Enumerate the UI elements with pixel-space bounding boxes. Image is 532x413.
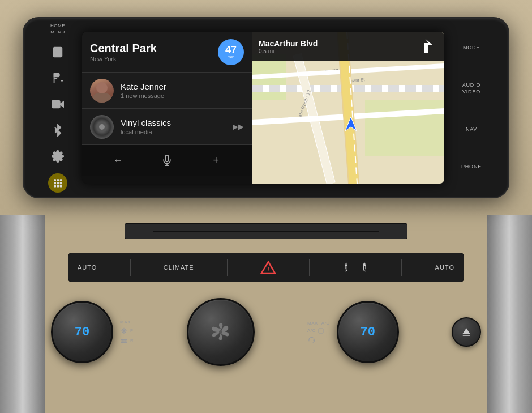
nav-street: MacArthur Blvd xyxy=(259,39,411,48)
left-knob-labels: MAX F xyxy=(120,320,134,345)
right-knob-labels: MAX A/C A/C xyxy=(307,321,330,344)
eta-badge: 47 min xyxy=(218,39,244,65)
navigation-card[interactable]: Central Park New York 47 min xyxy=(82,32,252,73)
separator3 xyxy=(309,259,310,276)
contact-name: Kate Jenner xyxy=(121,82,244,91)
knobs-row: 70 MAX F xyxy=(51,298,481,366)
infotainment-unit: HOME MENU xyxy=(0,0,532,215)
svg-rect-7 xyxy=(54,182,56,185)
svg-marker-31 xyxy=(462,328,470,334)
nav-button[interactable]: NAV xyxy=(466,126,477,133)
main-screen: Central Park New York 47 min Kate Jenner xyxy=(82,32,444,184)
message-card[interactable]: Kate Jenner 1 new message xyxy=(82,73,252,109)
screen-bottom-controls: ← + xyxy=(82,145,252,176)
svg-rect-17 xyxy=(365,100,444,156)
svg-rect-32 xyxy=(462,335,470,336)
eject-button[interactable] xyxy=(452,317,481,347)
svg-point-29 xyxy=(219,330,222,334)
music-thumbnail xyxy=(90,115,114,139)
right-controls: MODE AUDIO VIDEO NAV PHONE xyxy=(452,29,491,186)
nav-title: Central Park xyxy=(90,42,211,54)
nav-instruction: MacArthur Blvd 0.5 mi xyxy=(252,32,444,61)
nav-destination: Central Park New York xyxy=(90,42,211,62)
svg-text:!: ! xyxy=(267,266,269,273)
playback-controls[interactable]: ▶▶ xyxy=(233,122,244,131)
svg-rect-30 xyxy=(319,329,323,333)
svg-rect-11 xyxy=(57,185,59,188)
seat-heat-button[interactable] xyxy=(342,262,368,273)
ac-label: A/C xyxy=(307,328,330,334)
right-temp-group: MAX A/C A/C xyxy=(307,301,399,363)
message-detail: 1 new message xyxy=(121,92,244,99)
home-menu-button[interactable]: HOME MENU xyxy=(50,23,65,35)
left-temp-knob[interactable]: 70 xyxy=(51,301,113,363)
phone-button[interactable]: PHONE xyxy=(461,164,482,171)
max-defrost-label: MAX xyxy=(120,320,134,325)
mic-button[interactable] xyxy=(157,150,177,171)
avatar xyxy=(90,79,114,103)
auto-right-label: AUTO xyxy=(435,264,454,271)
svg-rect-2 xyxy=(52,101,60,108)
music-info: Vinyl classics local media xyxy=(121,118,226,135)
parking2-icon[interactable] xyxy=(49,69,67,87)
svg-rect-9 xyxy=(60,182,62,185)
svg-rect-12 xyxy=(60,185,62,188)
separator4 xyxy=(401,259,402,276)
left-temp-group: 70 MAX F xyxy=(51,301,134,363)
fan-speed-knob[interactable] xyxy=(187,298,255,366)
settings-icon[interactable] xyxy=(49,147,67,165)
hazard-button[interactable]: ! xyxy=(260,261,276,274)
climate-section: AUTO CLIMATE ! xyxy=(45,215,487,413)
map-panel[interactable]: MacArthur Blvd 0.5 mi xyxy=(252,32,444,184)
turn-arrow-icon xyxy=(417,36,437,57)
right-temp-knob[interactable]: 70 xyxy=(337,301,399,363)
add-button[interactable]: + xyxy=(206,150,226,171)
unit-bezel: HOME MENU xyxy=(23,17,509,198)
music-title: Vinyl classics xyxy=(121,118,226,127)
svg-rect-10 xyxy=(54,185,56,188)
separator2 xyxy=(227,259,228,276)
mode-button[interactable]: MODE xyxy=(463,45,480,52)
apps-button[interactable] xyxy=(48,173,67,193)
music-card[interactable]: Vinyl classics local media ▶▶ xyxy=(82,109,252,145)
eta-unit: min xyxy=(228,55,235,59)
rear-defrost-label: R xyxy=(120,337,134,345)
separator xyxy=(130,259,131,276)
message-info: Kate Jenner 1 new message xyxy=(121,82,244,99)
media-slot xyxy=(125,223,407,239)
bluetooth-icon[interactable] xyxy=(49,121,67,139)
nav-distance: 0.5 mi xyxy=(259,48,411,54)
right-temp-display: 70 xyxy=(360,325,375,339)
left-temp-display: 70 xyxy=(75,325,89,339)
nav-subtitle: New York xyxy=(90,56,211,62)
recirculate-label xyxy=(307,336,330,344)
music-detail: local media xyxy=(121,129,226,135)
svg-rect-4 xyxy=(54,179,56,181)
max-ac-label: MAX A/C xyxy=(307,321,330,326)
screen-left-panel: Central Park New York 47 min Kate Jenner xyxy=(82,32,252,184)
climate-label: CLIMATE xyxy=(164,264,194,271)
front-defrost-label: F xyxy=(120,327,134,335)
svg-rect-8 xyxy=(57,182,59,185)
left-controls: HOME MENU xyxy=(41,23,75,193)
back-button[interactable]: ← xyxy=(108,150,128,171)
parking-icon[interactable] xyxy=(49,43,67,61)
svg-rect-6 xyxy=(60,179,62,181)
camera-icon[interactable] xyxy=(49,95,67,113)
eta-number: 47 xyxy=(225,45,237,55)
svg-rect-5 xyxy=(57,179,59,181)
auto-left-label: AUTO xyxy=(78,264,97,271)
climate-bar: AUTO CLIMATE ! xyxy=(68,253,464,282)
audio-video-button[interactable]: AUDIO VIDEO xyxy=(462,82,481,95)
